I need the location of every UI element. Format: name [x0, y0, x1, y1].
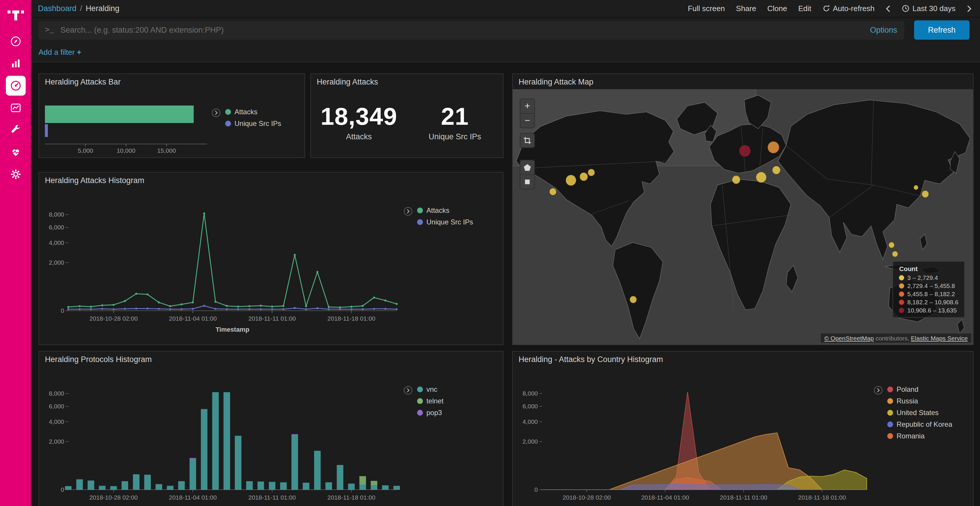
main-content: Dashboard / Heralding Full screen Share …	[31, 0, 980, 506]
sidebar-item-visualize[interactable]	[0, 52, 31, 75]
sidebar-item-monitoring[interactable]	[0, 141, 31, 163]
legend-label: 8,182.2 – 10,908.6	[907, 298, 958, 306]
search-input[interactable]	[59, 25, 904, 35]
sidebar-item-dashboard[interactable]	[0, 75, 31, 97]
time-back-button[interactable]	[886, 5, 891, 12]
breadcrumb-current: Heralding	[86, 4, 119, 13]
map-legend-item: 5,455.8 – 8,182.2	[899, 290, 958, 297]
legend-dot-icon	[887, 422, 893, 427]
clone-button[interactable]: Clone	[767, 4, 787, 13]
search-options-link[interactable]: Options	[870, 25, 897, 34]
rectangle-icon	[523, 178, 531, 186]
legend-item[interactable]: Unique Src IPs	[417, 218, 473, 226]
legend-expand-icon[interactable]	[874, 386, 883, 397]
sidebar-item-dev-tools[interactable]	[0, 119, 31, 141]
add-filter-link[interactable]: Add a filter +	[38, 48, 81, 57]
wrench-icon	[10, 124, 21, 136]
svg-text:2018-11-11 01:00: 2018-11-11 01:00	[248, 494, 296, 501]
sidebar-item-discover[interactable]	[0, 30, 31, 52]
metric-label: Attacks	[346, 132, 372, 141]
legend-dot-icon	[899, 283, 904, 288]
time-forward-button[interactable]	[967, 5, 972, 12]
panel-attacks-metric: Heralding Attacks 18,349 Attacks 21 Uniq…	[310, 73, 503, 158]
legend-item[interactable]: Republic of Korea	[887, 420, 952, 428]
legend-expand-icon[interactable]	[404, 207, 412, 218]
metric-value: 18,349	[321, 103, 397, 130]
ems-link[interactable]: Elastic Maps Service	[911, 335, 968, 342]
metric-attacks: 18,349 Attacks	[311, 103, 407, 141]
attribution-text: contributors,	[874, 335, 911, 342]
refresh-button[interactable]: Refresh	[914, 21, 969, 40]
time-range-button[interactable]: Last 30 days	[902, 4, 956, 13]
legend-item[interactable]: Attacks	[417, 206, 473, 214]
legend-item[interactable]: vnc	[417, 385, 444, 393]
draw-polygon-button[interactable]	[520, 160, 535, 174]
legend-dot-icon	[225, 109, 231, 115]
sidebar-item-management[interactable]	[0, 163, 31, 186]
legend-dot-icon	[225, 121, 231, 127]
legend-dot-icon	[899, 291, 904, 297]
telekom-logo[interactable]	[0, 0, 31, 30]
share-button[interactable]: Share	[736, 4, 756, 13]
legend-item[interactable]: Romania	[887, 432, 952, 440]
clock-icon	[902, 5, 910, 12]
svg-text:5,000: 5,000	[78, 147, 93, 154]
legend-label: 5,455.8 – 8,182.2	[907, 290, 955, 297]
osm-link[interactable]: © OpenStreetMap	[824, 335, 874, 342]
legend-label: Romania	[897, 432, 924, 440]
metric-label: Unique Src IPs	[428, 132, 481, 141]
legend-label: Russia	[897, 397, 918, 405]
svg-text:8,000: 8,000	[49, 390, 64, 397]
legend-label: Republic of Korea	[897, 420, 952, 428]
refresh-icon	[822, 5, 830, 12]
query-bar: >_ Options Refresh	[31, 17, 980, 43]
map-legend-item: 2,729.4 – 5,455.8	[899, 282, 958, 289]
metric-unique-src-ips: 21 Unique Src IPs	[407, 103, 503, 141]
draw-rectangle-button[interactable]	[520, 174, 535, 189]
svg-text:2018-11-11 01:00: 2018-11-11 01:00	[720, 494, 767, 501]
legend-item[interactable]: Russia	[887, 397, 952, 405]
gauge-icon	[10, 80, 21, 92]
legend-item[interactable]: Unique Src IPs	[225, 119, 281, 128]
legend-dot-icon	[899, 308, 904, 313]
svg-text:4,000: 4,000	[49, 239, 64, 246]
chart-legend: PolandRussiaUnited StatesRepublic of Kor…	[874, 367, 972, 506]
legend-item[interactable]: pop3	[417, 409, 444, 417]
legend-item[interactable]: Attacks	[225, 108, 281, 116]
legend-expand-icon[interactable]	[212, 108, 221, 119]
auto-refresh-button[interactable]: Auto-refresh	[822, 4, 874, 13]
full-screen-button[interactable]: Full screen	[688, 4, 725, 13]
breadcrumb-dashboard-link[interactable]: Dashboard	[38, 4, 76, 13]
map-legend-title: Count	[899, 265, 958, 272]
country-histogram-chart[interactable]: 02,0004,0006,0008,0002018-10-28 02:00201…	[513, 367, 874, 506]
attacks-bar-chart[interactable]: 5,00010,00015,000	[41, 89, 212, 155]
legend-item[interactable]: United States	[887, 409, 952, 417]
svg-text:2018-11-18 01:00: 2018-11-18 01:00	[798, 494, 846, 501]
protocols-histogram-chart[interactable]: 02,0004,0006,0008,0002018-10-28 02:00201…	[39, 367, 404, 506]
legend-item[interactable]: Poland	[887, 385, 952, 393]
legend-dot-icon	[899, 299, 904, 305]
edit-button[interactable]: Edit	[798, 4, 811, 13]
panel-body: 5,00010,00015,000 AttacksUnique Src IPs	[39, 89, 304, 157]
panel-title: Heralding Attacks Histogram	[39, 173, 503, 188]
legend-dot-icon	[417, 410, 423, 416]
svg-text:0: 0	[60, 486, 64, 493]
map-viewport[interactable]: + −	[513, 89, 973, 344]
kibana-dashboard-page: Dashboard / Heralding Full screen Share …	[0, 0, 980, 506]
legend-expand-icon[interactable]	[404, 386, 412, 397]
fit-bounds-button[interactable]	[520, 133, 535, 148]
svg-text:2018-11-18 01:00: 2018-11-18 01:00	[328, 315, 375, 322]
zoom-in-button[interactable]: +	[520, 99, 535, 113]
zoom-out-button[interactable]: −	[520, 113, 535, 128]
svg-text:Timestamp: Timestamp	[687, 505, 721, 506]
legend-item[interactable]: telnet	[417, 397, 444, 405]
svg-text:4,000: 4,000	[522, 418, 538, 425]
topnav-actions: Full screen Share Clone Edit Auto-refres…	[688, 4, 972, 13]
sidebar-item-timelion[interactable]	[0, 97, 31, 119]
map-legend-item: 8,182.2 – 10,908.6	[899, 298, 958, 306]
svg-text:2018-11-04 01:00: 2018-11-04 01:00	[169, 315, 217, 322]
plus-icon: +	[77, 48, 81, 57]
attacks-histogram-chart[interactable]: 02,0004,0006,0008,0002018-10-28 02:00201…	[39, 188, 404, 346]
svg-text:6,000: 6,000	[49, 403, 64, 409]
legend-label: 10,908.6 – 13,635	[907, 307, 957, 314]
